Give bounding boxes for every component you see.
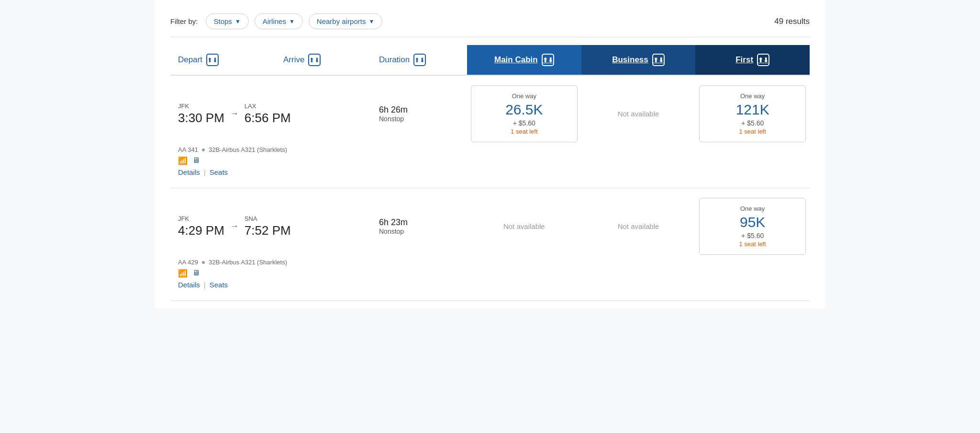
business-unavailable-2: Not available (581, 222, 696, 230)
stops-chevron-icon: ▼ (235, 18, 241, 25)
airlines-label: Airlines (263, 17, 286, 25)
amenity-icons-2: 📶 🖥 (178, 269, 364, 278)
details-link-2[interactable]: Details (178, 281, 200, 289)
arrive-sort-icon: ⬆⬇ (308, 54, 321, 66)
stops-label: Stops (214, 17, 232, 25)
first-cash-2: + $5.60 (705, 232, 800, 239)
entertainment-icon-1: 🖥 (192, 156, 200, 165)
arrive-time-2: 7:52 PM (245, 223, 291, 238)
filter-bar: Filter by: Stops ▼ Airlines ▼ Nearby air… (170, 8, 810, 37)
main-cabin-seats-1: 1 seat left (477, 128, 571, 135)
depart-arrive-block-1: JFK 3:30 PM → LAX 6:56 PM (170, 103, 371, 125)
depart-sort-icon: ⬆⬇ (206, 54, 219, 66)
depart-code-2: JFK (178, 215, 224, 222)
first-sort-icon: ⬆⬇ (757, 54, 769, 66)
details-links-2: Details | Seats (178, 281, 364, 289)
dot-2 (202, 261, 205, 264)
nearby-airports-chevron-icon: ▼ (368, 18, 374, 25)
column-headers: Depart ⬆⬇ Arrive ⬆⬇ Duration ⬆⬇ Main Cab… (170, 45, 810, 76)
duration-1: 6h 26m (379, 105, 459, 115)
main-cabin-sort-icon: ⬆⬇ (542, 54, 554, 66)
entertainment-icon-2: 🖥 (192, 269, 200, 278)
duration-sort-icon: ⬆⬇ (413, 54, 426, 66)
main-cabin-price-1[interactable]: One way 26.5K + $5.60 1 seat left (467, 85, 581, 142)
depart-arrive-block-2: JFK 4:29 PM → SNA 7:52 PM (170, 215, 371, 238)
arrow-icon-1: → (230, 109, 239, 119)
page-container: Filter by: Stops ▼ Airlines ▼ Nearby air… (155, 0, 825, 308)
depart-time-1: 3:30 PM (178, 111, 224, 125)
flight-number-row-2: AA 429 32B-Airbus A321 (Sharklets) (178, 259, 364, 266)
nearby-airports-label: Nearby airports (317, 17, 366, 25)
arrive-time-1: 6:56 PM (245, 111, 291, 125)
main-cabin-cash-1: + $5.60 (477, 119, 571, 127)
first-cash-1: + $5.60 (705, 119, 800, 127)
duration-column-header[interactable]: Duration ⬆⬇ (371, 45, 467, 75)
aircraft-2: 32B-Airbus A321 (Sharklets) (209, 259, 287, 266)
amenity-icons-1: 📶 🖥 (178, 156, 364, 165)
first-price-1[interactable]: One way 121K + $5.60 1 seat left (695, 85, 810, 142)
airlines-filter-button[interactable]: Airlines ▼ (255, 13, 303, 29)
flight-sub-info-1: AA 341 32B-Airbus A321 (Sharklets) 📶 🖥 D… (170, 146, 371, 176)
airlines-chevron-icon: ▼ (289, 18, 295, 25)
stops-1: Nonstop (379, 115, 459, 123)
first-price-2[interactable]: One way 95K + $5.60 1 seat left (695, 198, 810, 255)
first-seats-2: 1 seat left (705, 240, 800, 248)
depart-column-header[interactable]: Depart ⬆⬇ (170, 45, 276, 75)
business-column-header[interactable]: Business ⬆⬇ (581, 45, 696, 75)
seats-link-1[interactable]: Seats (210, 168, 228, 176)
filter-label: Filter by: (170, 17, 198, 25)
duration-col-2: 6h 23m Nonstop (371, 217, 467, 235)
flight-row-1: JFK 3:30 PM → LAX 6:56 PM 6h 26m Nonstop… (170, 76, 810, 188)
flight-number-row-1: AA 341 32B-Airbus A321 (Sharklets) (178, 146, 364, 153)
first-column-header[interactable]: First ⬆⬇ (695, 45, 810, 75)
aircraft-1: 32B-Airbus A321 (Sharklets) (209, 146, 287, 153)
duration-col-1: 6h 26m Nonstop (371, 105, 467, 123)
flight-row-2: JFK 4:29 PM → SNA 7:52 PM 6h 23m Nonstop… (170, 188, 810, 301)
duration-2: 6h 23m (379, 217, 459, 228)
main-cabin-miles-1: 26.5K (477, 102, 571, 117)
flight-sub-info-2: AA 429 32B-Airbus A321 (Sharklets) 📶 🖥 D… (170, 259, 371, 289)
results-count: 49 results (774, 17, 810, 26)
main-cabin-column-header[interactable]: Main Cabin ⬆⬇ (467, 45, 581, 75)
dot-1 (202, 148, 205, 151)
depart-code-1: JFK (178, 103, 224, 110)
first-seats-1: 1 seat left (705, 128, 800, 135)
arrive-code-2: SNA (245, 215, 291, 222)
stops-filter-button[interactable]: Stops ▼ (206, 13, 249, 29)
flight-number-1: AA 341 (178, 146, 198, 153)
stops-2: Nonstop (379, 228, 459, 235)
arrive-code-1: LAX (245, 103, 291, 110)
arrow-icon-2: → (230, 221, 239, 231)
main-cabin-unavailable-2: Not available (467, 222, 581, 230)
details-links-1: Details | Seats (178, 168, 364, 176)
first-one-way-2: One way (705, 205, 800, 212)
wifi-icon-2: 📶 (178, 269, 188, 278)
business-sort-icon: ⬆⬇ (652, 54, 665, 66)
first-one-way-1: One way (705, 92, 800, 100)
details-link-1[interactable]: Details (178, 168, 200, 176)
main-cabin-one-way-1: One way (477, 92, 571, 100)
nearby-airports-filter-button[interactable]: Nearby airports ▼ (309, 13, 382, 29)
business-unavailable-1: Not available (581, 110, 696, 118)
first-miles-1: 121K (705, 102, 800, 117)
depart-time-2: 4:29 PM (178, 223, 224, 238)
arrive-column-header[interactable]: Arrive ⬆⬇ (276, 45, 371, 75)
wifi-icon-1: 📶 (178, 156, 188, 165)
seats-link-2[interactable]: Seats (210, 281, 228, 289)
first-miles-2: 95K (705, 214, 800, 230)
flight-number-2: AA 429 (178, 259, 198, 266)
